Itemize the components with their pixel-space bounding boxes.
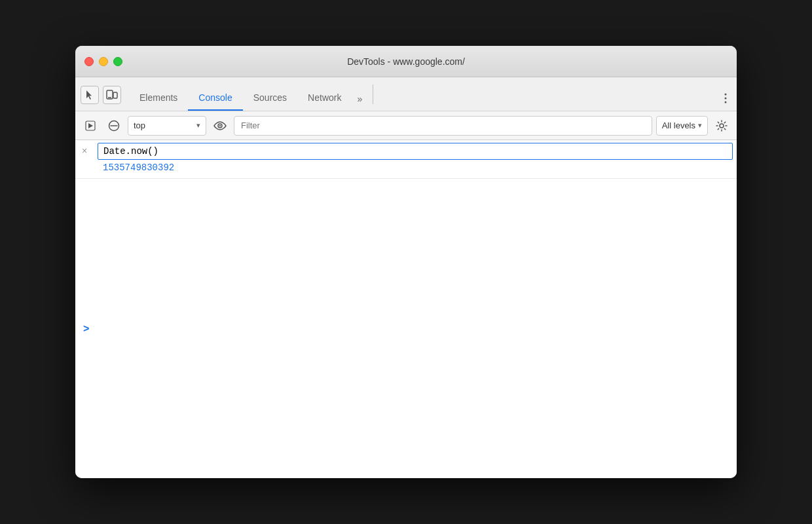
svg-rect-1 <box>113 92 117 98</box>
tab-network[interactable]: Network <box>297 87 352 111</box>
devtools-window: DevTools - www.google.com/ Elements Cons… <box>75 46 737 478</box>
kebab-icon <box>720 92 731 104</box>
levels-selector[interactable]: All levels ▾ <box>656 116 708 136</box>
maximize-button[interactable] <box>113 57 122 66</box>
tab-elements[interactable]: Elements <box>129 87 188 111</box>
clear-icon <box>108 120 120 132</box>
device-svg <box>106 89 118 101</box>
console-result: 1535749830392 <box>98 160 733 176</box>
context-selector[interactable]: top ▾ <box>128 116 206 136</box>
eye-icon <box>213 121 227 130</box>
svg-point-12 <box>720 124 724 128</box>
console-prompt-row: > <box>75 179 737 478</box>
entry-close-button[interactable]: × <box>75 140 94 178</box>
svg-point-4 <box>725 98 727 100</box>
svg-marker-7 <box>88 123 93 128</box>
tab-separator <box>373 84 373 104</box>
filter-input[interactable] <box>234 116 652 136</box>
close-button[interactable] <box>84 57 94 66</box>
devtools-icons <box>81 86 121 111</box>
kebab-menu-button[interactable] <box>720 92 731 111</box>
console-input[interactable] <box>98 143 733 160</box>
levels-arrow: ▾ <box>698 121 702 130</box>
traffic-lights <box>84 57 122 66</box>
settings-button[interactable] <box>712 116 731 136</box>
svg-point-5 <box>725 102 727 103</box>
execute-button[interactable] <box>81 116 100 136</box>
context-label: top <box>134 121 191 130</box>
minimize-button[interactable] <box>99 57 108 66</box>
tab-console[interactable]: Console <box>188 87 242 111</box>
console-entry: × 1535749830392 <box>75 140 737 179</box>
tab-sources[interactable]: Sources <box>243 87 297 111</box>
tab-more[interactable]: » <box>352 88 367 111</box>
gear-icon <box>716 120 728 132</box>
device-mode-icon[interactable] <box>103 86 121 104</box>
console-toolbar: top ▾ All levels ▾ <box>75 111 737 140</box>
tabbar: Elements Console Sources Network » <box>75 77 737 111</box>
cursor-svg <box>84 90 95 100</box>
window-title: DevTools - www.google.com/ <box>347 56 465 67</box>
clear-button[interactable] <box>104 116 124 136</box>
levels-label: All levels <box>662 121 695 130</box>
svg-point-11 <box>219 124 221 126</box>
execute-icon <box>85 121 96 131</box>
watch-button[interactable] <box>210 116 230 136</box>
titlebar: DevTools - www.google.com/ <box>75 46 737 77</box>
context-arrow: ▾ <box>196 121 200 130</box>
prompt-chevron: > <box>83 323 89 335</box>
cursor-icon[interactable] <box>81 86 99 104</box>
console-area: × 1535749830392 > <box>75 140 737 478</box>
console-input-row: 1535749830392 <box>94 140 737 178</box>
svg-point-3 <box>725 94 727 96</box>
